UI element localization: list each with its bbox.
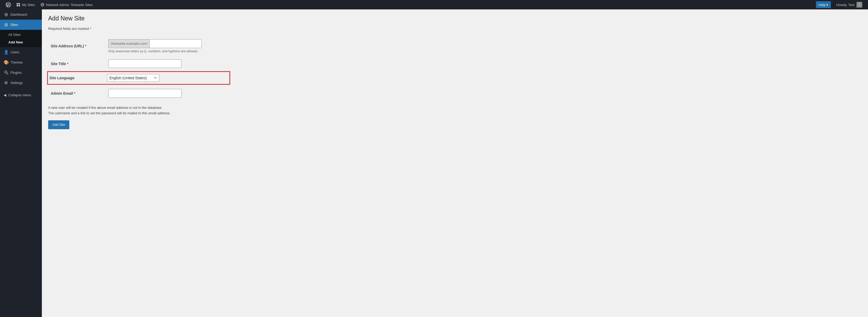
help-button[interactable]: Help ▾ (816, 1, 831, 8)
avatar: T (857, 2, 862, 8)
themes-icon: 🎨 (4, 60, 8, 65)
required-notice-text: Required fields are marked (48, 27, 89, 31)
url-prefix: //testseite.example.com/ (108, 39, 149, 48)
network-admin-icon (40, 3, 44, 7)
svg-rect-3 (19, 5, 20, 6)
admin-email-label: Admin Email * (51, 91, 75, 95)
sidebar-item-sites[interactable]: ⊟ Sites (0, 20, 42, 30)
collapse-menu-item[interactable]: ◀ Collapse menu (0, 91, 42, 100)
page-title: Add New Site (48, 14, 862, 23)
form-table-email: Admin Email * (48, 86, 862, 101)
sidebar-item-users[interactable]: 👤 Users (0, 47, 42, 57)
my-sites-icon (16, 3, 21, 7)
sites-icon: ⊟ (4, 22, 8, 27)
sidebar-sub-sites: All Sites Add New (0, 30, 42, 47)
svg-rect-1 (19, 3, 20, 5)
site-address-label: Site Address (URL) * (51, 44, 86, 48)
admin-bar-right: Help ▾ Howdy, Test T (813, 0, 865, 9)
my-sites-label: My Sites (22, 3, 35, 7)
site-title-required-star: * (67, 62, 68, 66)
required-notice: Required fields are marked * (48, 27, 862, 31)
site-address-required-star: * (85, 44, 86, 48)
site-language-highlight-wrapper: Site Language English (United States)Ger… (47, 71, 863, 85)
users-icon: 👤 (4, 50, 8, 55)
sidebar-item-plugins-label: Plugins (10, 71, 22, 74)
svg-rect-2 (17, 5, 18, 6)
svg-rect-0 (17, 3, 18, 5)
site-title-row: Site Title * (48, 56, 862, 71)
note-text: A new user will be created if the above … (48, 105, 862, 116)
collapse-menu-label: Collapse menu (8, 93, 31, 97)
main-layout: ⊞ Dashboard ⊟ Sites All Sites Add New 👤 … (0, 9, 868, 317)
admin-email-row: Admin Email * (48, 86, 862, 101)
note-line-1: A new user will be created if the above … (48, 105, 862, 110)
sidebar-item-themes[interactable]: 🎨 Themes (0, 57, 42, 67)
sidebar-item-add-new[interactable]: Add New (0, 38, 42, 46)
site-language-row-highlighted: Site Language English (United States)Ger… (47, 71, 230, 85)
admin-bar: My Sites Network Admin: Testseite Sites … (0, 0, 868, 9)
content-area: Add New Site Required fields are marked … (42, 9, 868, 317)
site-language-select[interactable]: English (United States)GermanFrenchSpani… (107, 74, 159, 82)
url-field-wrap: //testseite.example.com/ (108, 39, 859, 48)
sidebar-item-settings-label: Settings (10, 81, 23, 85)
admin-bar-left: My Sites Network Admin: Testseite Sites (3, 0, 95, 9)
site-language-field-wrap: English (United States)GermanFrenchSpani… (107, 74, 228, 82)
sidebar-item-all-sites[interactable]: All Sites (0, 31, 42, 38)
dashboard-icon: ⊞ (4, 12, 8, 17)
network-admin-label: Network Admin: Testseite Sites (46, 3, 93, 7)
my-sites-item[interactable]: My Sites (13, 0, 38, 9)
sidebar-item-users-label: Users (10, 50, 19, 54)
help-label: Help (818, 3, 826, 7)
wp-logo-item[interactable] (3, 0, 13, 9)
admin-email-input[interactable] (108, 89, 182, 98)
site-language-label: Site Language (50, 76, 107, 80)
add-site-button[interactable]: Add Site (48, 120, 69, 129)
sidebar-item-settings[interactable]: ⚙ Settings (0, 78, 42, 88)
admin-email-required-star: * (74, 91, 75, 95)
sidebar: ⊞ Dashboard ⊟ Sites All Sites Add New 👤 … (0, 9, 42, 317)
required-star: * (90, 27, 91, 31)
url-hint: Only lowercase letters (a-z), numbers, a… (108, 50, 859, 53)
sidebar-item-sites-label: Sites (10, 23, 18, 27)
site-title-input[interactable] (108, 59, 182, 68)
note-line-2: The username and a link to set the passw… (48, 110, 862, 116)
sidebar-item-plugins[interactable]: 🔌 Plugins (0, 67, 42, 78)
collapse-icon: ◀ (4, 93, 6, 97)
site-url-input[interactable] (149, 39, 202, 48)
settings-icon: ⚙ (4, 80, 8, 85)
sidebar-item-dashboard-label: Dashboard (10, 12, 27, 17)
wp-logo-icon (6, 2, 11, 7)
howdy-item[interactable]: Howdy, Test T (834, 0, 865, 9)
site-title-label: Site Title * (51, 62, 68, 66)
network-admin-item[interactable]: Network Admin: Testseite Sites (38, 0, 95, 9)
help-chevron-icon: ▾ (827, 3, 828, 7)
sidebar-item-dashboard[interactable]: ⊞ Dashboard (0, 9, 42, 20)
form-table: Site Address (URL) * //testseite.example… (48, 36, 862, 71)
site-address-row: Site Address (URL) * //testseite.example… (48, 36, 862, 56)
sidebar-item-themes-label: Themes (10, 60, 23, 64)
plugins-icon: 🔌 (4, 70, 8, 75)
howdy-label: Howdy, Test (836, 3, 855, 7)
